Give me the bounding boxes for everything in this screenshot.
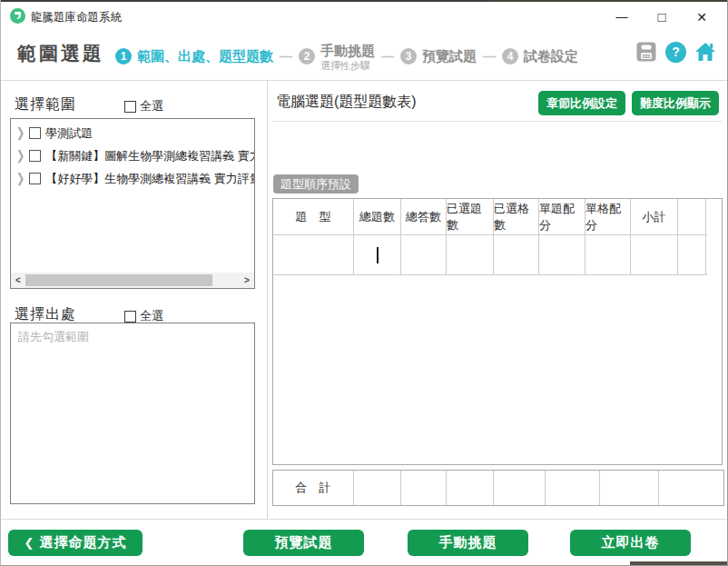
step-separator: — [381,49,394,64]
question-type-table: 題 型總題數總答數已選題數已選格數單題配分單格配分小計 [272,198,723,465]
qtable-data-row [273,235,707,275]
tree-item-checkbox[interactable] [29,127,41,139]
app-window: 龍騰題庫命題系統 — □ ✕ 範圍選題 1 範圍、出處、題型題數 — 2 手動挑… [0,0,728,566]
qtable-input-cell[interactable] [678,235,706,274]
range-tree: ❯ 學測試題 ❯ 【新關鍵】圖解生物學測總複習講義 實力 ❯ 【好好學】生物學測… [11,122,254,190]
app-logo-icon [10,8,25,24]
minimize-button[interactable]: — [602,2,642,32]
back-button-label: 選擇命題方式 [39,534,126,551]
scroll-right-icon[interactable]: > [240,275,254,285]
step-2-label: 手動挑題 [320,43,375,60]
step-2-sublabel: 選擇性步驟 [320,60,375,71]
source-placeholder: 請先勾選範圍 [18,329,89,345]
right-panel-divider [272,121,722,122]
step-4-label: 試卷設定 [524,48,578,65]
titlebar: 龍騰題庫命題系統 — □ ✕ [1,2,727,32]
step-2-number: 2 [299,48,315,65]
footer-divider [1,519,728,520]
generate-paper-button[interactable]: 立即出卷 [570,530,691,556]
horizontal-scrollbar[interactable]: < > [11,273,254,288]
step-separator: — [483,49,496,64]
question-order-tag[interactable]: 題型順序預設 [273,174,359,194]
step-2-manual-pick[interactable]: 2 手動挑題 選擇性步驟 [299,43,375,71]
totals-value-cell [546,471,600,505]
computer-select-title: 電腦選題(題型題數表) [276,93,417,112]
preview-questions-button[interactable]: 預覽試題 [243,530,364,556]
panel-divider [267,81,268,519]
chevron-left-icon: ❮ [25,536,35,550]
qtable-header-row: 題 型總題數總答數已選題數已選格數單題配分單格配分小計 [273,199,707,235]
maximize-button[interactable]: □ [642,2,682,32]
tree-item-new-key[interactable]: ❯ 【新關鍵】圖解生物學測總複習講義 實力 [11,144,254,167]
step-1-label: 範圍、出處、題型題數 [137,48,273,65]
qtable-input-cell[interactable] [273,235,354,274]
step-3-number: 3 [400,48,417,65]
tree-item-label: 學測試題 [45,125,93,142]
qtable-header-cell [678,199,706,234]
qtable-header-cell: 單格配分 [585,199,631,234]
home-icon[interactable] [694,41,716,63]
chapter-ratio-button[interactable]: 章節比例設定 [538,91,625,115]
tree-item-gsat[interactable]: ❯ 學測試題 [11,122,254,144]
totals-value-cell [494,471,546,505]
qtable-header-cell: 總題數 [354,199,401,234]
tree-item-checkbox[interactable] [29,150,41,162]
qtable-input-cell[interactable] [494,235,539,274]
source-select-all-checkbox[interactable] [124,311,136,323]
expand-chevron-icon[interactable]: ❯ [16,171,25,186]
tree-item-checkbox[interactable] [29,173,41,184]
step-1-range[interactable]: 1 範圍、出處、題型題數 [115,48,273,65]
scrollbar-thumb[interactable] [25,274,212,286]
back-to-method-button[interactable]: ❮ 選擇命題方式 [8,530,143,556]
close-button[interactable]: ✕ [682,2,722,32]
range-select-all-label: 全選 [140,98,163,114]
window-controls: — □ ✕ [602,2,722,32]
range-select-all-checkbox[interactable] [124,101,136,113]
step-3-label: 預覽試題 [422,48,477,65]
source-list-box[interactable]: 請先勾選範圍 [10,323,255,504]
step-separator: — [280,49,292,64]
save-icon[interactable] [635,41,657,63]
qtable-header-cell: 題 型 [273,199,354,234]
help-icon[interactable]: ? [665,42,686,63]
qtable-header-cell: 小計 [631,199,678,234]
qtable-input-cell[interactable] [539,235,585,274]
range-section-title: 選擇範圍 [15,95,76,114]
screen-edge-bottom-right [630,561,728,566]
expand-chevron-icon[interactable]: ❯ [16,125,25,141]
step-3-preview[interactable]: 3 預覽試題 [400,48,477,65]
difficulty-ratio-button[interactable]: 難度比例顯示 [632,91,719,115]
totals-value-cell [354,471,401,505]
step-4-paper-settings[interactable]: 4 試卷設定 [502,48,578,65]
header: 範圍選題 1 範圍、出處、題型題數 — 2 手動挑題 選擇性步驟 — 3 預覽試… [1,32,728,81]
scroll-left-icon[interactable]: < [11,275,25,285]
totals-value-cell [401,471,447,505]
qtable-input-cell[interactable] [447,235,494,274]
expand-chevron-icon[interactable]: ❯ [16,148,25,164]
totals-value-cell [600,471,659,505]
tree-item-label: 【新關鍵】圖解生物學測總複習講義 實力 [45,148,254,164]
qtable-input-cell[interactable] [354,235,401,274]
source-section-title: 選擇出處 [15,305,76,324]
page-title: 範圍選題 [17,41,104,66]
qtable-header-cell: 總答數 [401,199,447,234]
qtable-header-cell: 已選題數 [447,199,494,234]
wizard-steps: 1 範圍、出處、題型題數 — 2 手動挑題 選擇性步驟 — 3 預覽試題 — 4… [115,35,578,77]
text-cursor [377,247,379,263]
qtable-input-cell[interactable] [631,235,678,274]
tree-item-good-study[interactable]: ❯ 【好好學】生物學測總複習講義 實力評量 [11,167,254,190]
header-icons: ? [635,41,716,63]
range-select-all[interactable]: 全選 [124,98,163,114]
qtable-input-cell[interactable] [401,235,447,274]
qtable-input-cell[interactable] [585,235,631,274]
window-title: 龍騰題庫命題系統 [31,10,122,25]
scrollbar-track[interactable] [25,274,240,286]
manual-pick-button[interactable]: 手動挑題 [408,530,528,556]
totals-label-cell: 合 計 [273,471,354,505]
step-4-number: 4 [502,48,518,65]
range-tree-box[interactable]: ❯ 學測試題 ❯ 【新關鍵】圖解生物學測總複習講義 實力 ❯ 【好好學】生物學測… [10,118,255,289]
totals-value-cell [659,471,723,505]
qtable-header-cell: 已選格數 [494,199,539,234]
totals-value-cell [447,471,494,505]
qtable-header-cell: 單題配分 [539,199,585,234]
